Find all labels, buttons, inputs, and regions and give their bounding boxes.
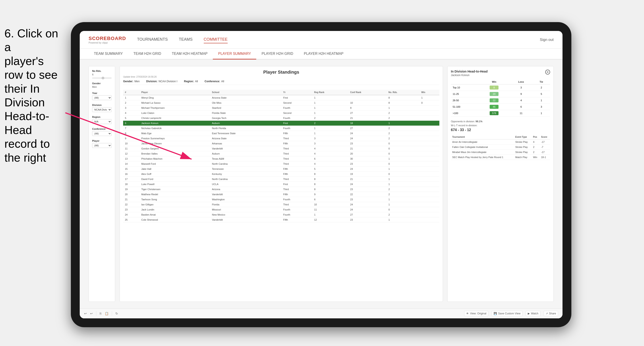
table-row[interactable]: 3 Michael Thorbjornsen Stanford Fourth 1… — [123, 105, 439, 111]
h2h-cell-range: >100 — [451, 110, 478, 117]
h2h-cell-tie: 1 — [532, 97, 550, 104]
table-row[interactable]: 10 Jacob New Olesen Arkansas Fifth 3 23 … — [123, 141, 439, 146]
h2h-player-name: Jackson Koivun — [451, 74, 488, 77]
refresh-icon[interactable]: ↻ — [116, 312, 118, 315]
cell-yr: Fourth — [282, 207, 312, 212]
table-row[interactable]: 9 Preston Summerhays Arizona State Third… — [123, 136, 439, 141]
cell-rank: 11 — [123, 146, 140, 151]
table-row[interactable]: 4 Luke Claton Florida State Second 1 27 … — [123, 111, 439, 116]
cell-reg-rank: 3 — [312, 136, 348, 141]
sub-nav-player-summary[interactable]: PLAYER SUMMARY — [213, 49, 256, 59]
share-btn[interactable]: ↗ Share — [544, 311, 558, 316]
cell-reg-rank: 4 — [312, 146, 348, 151]
table-row[interactable]: 1 Wenyi Ding Arizona State First 1 8 1 — [123, 95, 439, 100]
filter-region-select[interactable]: N/A — [92, 119, 112, 124]
filter-gender-value: Men — [92, 86, 112, 88]
sub-nav-team-h2h-heatmap[interactable]: TEAM H2H HEATMAP — [166, 49, 213, 59]
cell-conf-rank: 27 — [348, 212, 387, 217]
table-row[interactable]: 18 Luke Powell UCLA First 8 24 1 — [123, 182, 439, 187]
cell-yr: Third — [282, 146, 312, 151]
tournament-cell-pos: 2 — [532, 145, 540, 150]
table-row[interactable]: 17 David Ford North Carolina Third 8 21 … — [123, 177, 439, 182]
table-row[interactable]: 5 Christo Lamprecht Georgia Tech Fourth … — [123, 116, 439, 121]
cell-reg-rank: 1 — [312, 131, 348, 136]
sub-nav-team-h2h-grid[interactable]: TEAM H2H GRID — [128, 49, 166, 59]
cell-conf-rank: 23 — [348, 197, 387, 202]
table-row[interactable]: 12 Brendan Valles Auburn Third 4 20 0 — [123, 151, 439, 156]
filter-player-select[interactable]: (All) — [92, 143, 112, 148]
cell-yr: Third — [282, 151, 312, 156]
cell-conf-rank: 19 — [348, 172, 387, 177]
cell-conf-rank: 24 — [348, 207, 387, 212]
filter-year-select[interactable]: (All) — [92, 95, 112, 100]
cell-rds: 2 — [387, 131, 420, 136]
cell-rank: 4 — [123, 111, 140, 116]
filter-gender-label: Gender — [92, 82, 112, 85]
table-row[interactable]: 15 Jake Hall Tennessee Fifth 5 24 1 — [123, 167, 439, 172]
table-row[interactable]: 19 Tiger Christensen Arizona Third 8 23 … — [123, 187, 439, 192]
cell-player: Tiger Christensen — [140, 187, 210, 192]
instruction-line5: record to the right — [4, 137, 50, 164]
table-row[interactable]: 7 Nicholas Gabrelcik North Florida Fourt… — [123, 126, 439, 131]
filter-conference-select[interactable]: (All) — [92, 131, 112, 136]
sub-nav-player-h2h-grid[interactable]: PLAYER H2H GRID — [256, 49, 298, 59]
paste-icon[interactable]: 📋 — [105, 312, 108, 315]
filter-division-select[interactable]: NCAA Division I — [92, 107, 112, 112]
nav-committee[interactable]: COMMITTEE — [204, 36, 228, 43]
table-row[interactable]: 14 Maxwell Ford North Carolina Third 4 2… — [123, 162, 439, 167]
cell-reg-rank: 4 — [312, 151, 348, 156]
table-row[interactable]: 21 Taehoon Song Washington Fourth 6 23 1 — [123, 197, 439, 202]
cell-reg-rank: 6 — [312, 156, 348, 162]
cell-school: Missouri — [210, 207, 282, 212]
sub-nav-team-summary[interactable]: TEAM SUMMARY — [88, 49, 128, 59]
table-row[interactable]: 8 Mats Ege East Tennessee State Fifth 1 … — [123, 131, 439, 136]
filter-region-label: Region — [92, 116, 112, 118]
save-custom-btn[interactable]: 💾 Save Custom View — [492, 311, 522, 316]
cell-conf-rank: 21 — [348, 146, 387, 151]
table-row[interactable]: 20 Matthew Riedel Vanderbilt Fifth 9 22 … — [123, 192, 439, 197]
nav-tournaments[interactable]: TOURNAMENTS — [137, 36, 168, 43]
cell-conf-rank: 23 — [348, 141, 387, 146]
watch-btn[interactable]: ▶ Watch — [526, 311, 540, 316]
tournament-cell-name: Mirabel Maui Jim Intercollegiate — [451, 150, 514, 155]
col-school: School — [210, 90, 282, 95]
h2h-cell-loss: 11 — [510, 110, 532, 117]
undo-icon[interactable]: ↩ — [84, 312, 87, 315]
cell-reg-rank: 6 — [312, 197, 348, 202]
table-row[interactable]: 24 Bastien Amat New Mexico Fourth 1 27 2 — [123, 212, 439, 217]
redo-icon[interactable]: ↩ — [90, 312, 93, 315]
table-row[interactable]: 22 Ian Gilligan Florida Third 10 24 1 — [123, 202, 439, 207]
table-row[interactable]: 25 Cole Sherwood Vanderbilt Fifth 12 23 … — [123, 217, 439, 222]
nav-items: TOURNAMENTS TEAMS COMMITTEE — [137, 36, 540, 43]
cell-yr: Third — [282, 187, 312, 192]
table-row[interactable]: 11 Gordon Sargent Vanderbilt Third 4 21 … — [123, 146, 439, 151]
col-no-rds: No. Rds. — [387, 90, 420, 95]
cell-player: Ian Gilligan — [140, 202, 210, 207]
h2h-row: 11-25 20 9 5 — [451, 91, 550, 97]
h2h-row: >100 578 11 1 — [451, 110, 550, 117]
view-original-btn[interactable]: 👁 View: Original — [464, 311, 488, 316]
table-row[interactable]: 2 Michael La Sasso Ole Miss Second 1 10 … — [123, 100, 439, 105]
filter-item-gender: Gender: Men — [123, 80, 140, 83]
table-row[interactable]: 16 Alex Goff Kentucky Fifth 8 19 0 — [123, 172, 439, 177]
table-row[interactable]: 23 Jack Lundin Missouri Fourth 11 24 0 — [123, 207, 439, 212]
cell-school: Washington — [210, 197, 282, 202]
h2h-close-btn[interactable]: ✕ — [545, 70, 550, 74]
standings-header: Player Standings Update time: 27/03/2024… — [123, 70, 439, 87]
cell-rank: 21 — [123, 197, 140, 202]
cell-yr: Third — [282, 162, 312, 167]
cell-school: Arizona State — [210, 95, 282, 100]
standings-table: # Player School Yr Reg Rank Conf Rank No… — [123, 90, 439, 222]
filter-slider[interactable] — [92, 78, 112, 78]
sign-out-btn[interactable]: Sign out — [540, 38, 554, 42]
nav-teams[interactable]: TEAMS — [179, 36, 193, 43]
h2h-cell-loss: 3 — [510, 84, 532, 91]
cell-rank: 1 — [123, 95, 140, 100]
sub-nav-player-h2h-heatmap[interactable]: PLAYER H2H HEATMAP — [298, 49, 349, 59]
copy-icon[interactable]: ⎘ — [100, 312, 102, 315]
table-row[interactable]: 6 Jackson Koivun Auburn First 2 18 1 — [123, 121, 439, 126]
cell-rank: 18 — [123, 182, 140, 187]
cell-rank: 17 — [123, 177, 140, 182]
cell-school: UCLA — [210, 182, 282, 187]
table-row[interactable]: 13 Phichaksn Maichon Texas A&M Third 6 3… — [123, 156, 439, 162]
